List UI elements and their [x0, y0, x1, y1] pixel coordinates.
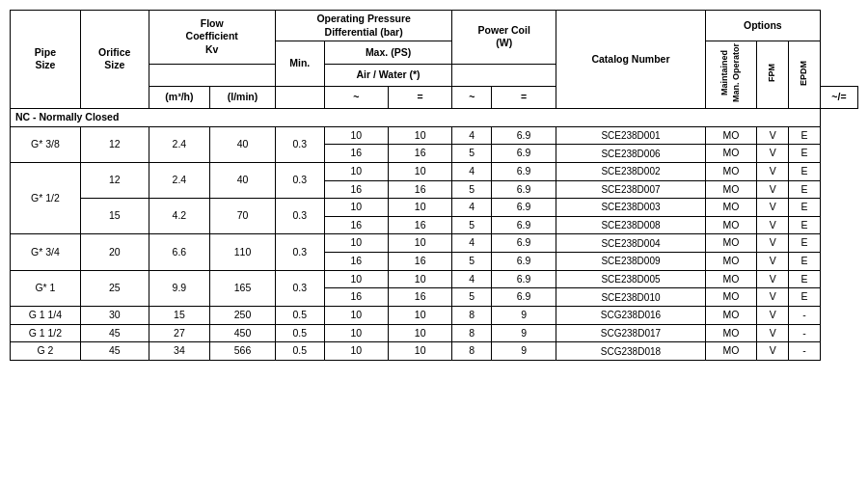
mo-cell: MO [705, 253, 756, 271]
max-eq-cell: 10 [388, 324, 451, 342]
mo-cell: MO [705, 126, 756, 145]
table-row: G* 1/2122.4400.3101046.9SCE238D002MOVE [11, 162, 858, 180]
opt-cell: E [789, 180, 821, 199]
opt-cell: E [789, 234, 821, 253]
v-cell: V [757, 180, 789, 199]
air-water-header: Air / Water (*) [324, 64, 452, 86]
power-tilde-cell: 8 [452, 342, 492, 361]
mo-cell: MO [705, 288, 756, 307]
catalog-cell: SCE238D005 [556, 270, 706, 288]
power-tilde-cell: 5 [452, 216, 492, 234]
equals-col2: = [492, 86, 556, 108]
orifice-cell: 30 [80, 306, 149, 324]
mo-cell: MO [705, 234, 756, 253]
power-tilde-cell: 4 [452, 234, 492, 253]
pipe-size-cell: G* 3/4 [11, 234, 81, 270]
power-tilde-cell: 4 [452, 126, 492, 145]
v-cell: V [757, 288, 789, 307]
fpm-header: FPM [757, 41, 789, 109]
power-tilde-cell: 8 [452, 324, 492, 342]
opt-cell: E [789, 288, 821, 307]
table-row: G 1 1/245274500.5101089SCG238D017MOV- [11, 324, 858, 342]
pipe-size-cell: G 2 [11, 342, 81, 361]
max-tilde-cell: 16 [324, 288, 388, 307]
nc-label: NC - Normally Closed [11, 108, 821, 126]
orifice-cell: 25 [80, 270, 149, 306]
mo-cell: MO [705, 199, 756, 217]
catalog-cell: SCE238D004 [556, 234, 706, 253]
min-header: Min. [275, 41, 324, 86]
min-cell: 0.5 [275, 342, 324, 361]
max-tilde-cell: 10 [324, 234, 388, 253]
v-cell: V [757, 234, 789, 253]
catalog-cell: SCE238D008 [556, 216, 706, 234]
power-tilde-cell: 5 [452, 180, 492, 199]
max-tilde-cell: 10 [324, 306, 388, 324]
power-tilde-cell: 5 [452, 145, 492, 163]
opt-cell: E [789, 145, 821, 163]
max-tilde-cell: 10 [324, 162, 388, 180]
power-tilde-cell: 5 [452, 288, 492, 307]
opt-cell: E [789, 162, 821, 180]
kv-m3h-cell: 4.2 [149, 199, 210, 234]
tilde-col1: ~ [324, 86, 388, 108]
catalog-cell: SCE238D003 [556, 199, 706, 217]
lmin-unit: (l/min) [210, 86, 276, 108]
power-eq-cell: 9 [492, 324, 556, 342]
table-row: G 245345660.5101089SCG238D018MOV- [11, 342, 858, 361]
power-eq-cell: 6.9 [492, 145, 556, 163]
max-tilde-cell: 10 [324, 126, 388, 145]
v-cell: V [757, 306, 789, 324]
op-pressure-header: Operating PressureDifferential (bar) [275, 11, 452, 41]
kv-lmin-cell: 450 [210, 324, 276, 342]
power-eq-cell: 6.9 [492, 216, 556, 234]
min-unit-blank [275, 86, 324, 108]
power-coil-header: Power Coil(W) [452, 11, 556, 65]
min-cell: 0.3 [275, 126, 324, 162]
max-eq-cell: 16 [388, 216, 451, 234]
pipe-size-cell: G 1 1/4 [11, 306, 81, 324]
catalog-cell: SCG238D016 [556, 306, 706, 324]
max-eq-cell: 10 [388, 162, 451, 180]
catalog-cell: SCE238D002 [556, 162, 706, 180]
max-eq-cell: 16 [388, 145, 451, 163]
min-cell: 0.3 [275, 270, 324, 306]
orifice-cell: 45 [80, 342, 149, 361]
mo-cell: MO [705, 342, 756, 361]
power-eq-cell: 6.9 [492, 234, 556, 253]
tilde-eq-col: ~/= [820, 86, 857, 108]
max-tilde-cell: 10 [324, 324, 388, 342]
catalog-header: Catalog Number [556, 11, 706, 109]
kv-m3h-cell: 2.4 [149, 162, 210, 198]
table-row: G* 3/8122.4400.3101046.9SCE238D001MOVE [11, 126, 858, 145]
kv-lmin-cell: 40 [210, 126, 276, 162]
power-eq-cell: 6.9 [492, 126, 556, 145]
table-row: G* 3/4206.61100.3101046.9SCE238D004MOVE [11, 234, 858, 253]
min-cell: 0.3 [275, 162, 324, 198]
mo-cell: MO [705, 324, 756, 342]
mo-cell: MO [705, 216, 756, 234]
orifice-cell: 15 [80, 199, 149, 234]
max-eq-cell: 10 [388, 270, 451, 288]
kv-m3h-cell: 27 [149, 324, 210, 342]
power-eq-cell: 9 [492, 306, 556, 324]
power-coil-sub [452, 64, 556, 86]
opt-cell: E [789, 253, 821, 271]
power-tilde-cell: 4 [452, 199, 492, 217]
v-cell: V [757, 145, 789, 163]
max-eq-cell: 10 [388, 126, 451, 145]
catalog-cell: SCE238D009 [556, 253, 706, 271]
orifice-cell: 12 [80, 162, 149, 198]
catalog-cell: SCE238D001 [556, 126, 706, 145]
power-eq-cell: 6.9 [492, 180, 556, 199]
max-tilde-cell: 10 [324, 342, 388, 361]
pipe-size-header: PipeSize [11, 11, 81, 109]
mo-cell: MO [705, 306, 756, 324]
catalog-cell: SCE238D007 [556, 180, 706, 199]
equals-col1: = [388, 86, 451, 108]
opt-cell: E [789, 270, 821, 288]
maintained-header: MaintainedMan. Operator [705, 41, 756, 109]
max-eq-cell: 10 [388, 342, 451, 361]
mo-cell: MO [705, 162, 756, 180]
max-tilde-cell: 10 [324, 199, 388, 217]
